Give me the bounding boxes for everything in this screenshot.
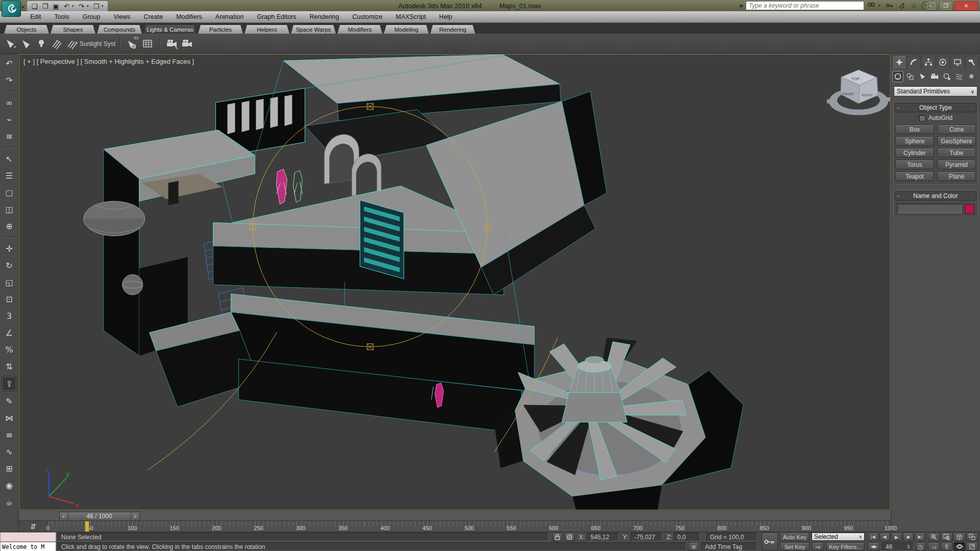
search-history-arrow[interactable]: ▶ — [740, 3, 744, 8]
menu-modifiers[interactable]: Modifiers — [169, 11, 209, 22]
maxscript-listener-pink[interactable] — [0, 532, 56, 542]
key-filters-button[interactable]: Key Filters... — [826, 542, 865, 551]
rectangular-selection-region-button[interactable]: ▢ — [2, 185, 16, 199]
time-slider-handle[interactable]: < 46 / 1000 > — [59, 512, 140, 521]
torus-button[interactable]: Torus — [895, 160, 934, 169]
communication-center-icon[interactable] — [897, 1, 907, 10]
orbit-button[interactable] — [953, 542, 965, 551]
save-file-button[interactable]: ▣ — [51, 2, 61, 11]
viewcube[interactable]: TOP FRONT RIGHT — [827, 70, 890, 115]
restore-button[interactable]: ❐ — [939, 1, 952, 11]
cone-button[interactable]: Cone — [937, 124, 976, 134]
redo-caret-icon[interactable]: ▾ — [87, 4, 91, 8]
maxscript-listener-input[interactable]: Welcome to M — [0, 542, 56, 551]
target-camera-button[interactable] — [164, 36, 180, 52]
key-mode-toggle[interactable]: ◀▶ — [868, 542, 880, 551]
object-name-input[interactable] — [897, 204, 962, 214]
menu-maxscript[interactable]: MAXScript — [389, 11, 432, 22]
bind-to-space-warp-button[interactable]: ≋ — [2, 129, 16, 143]
open-file-button[interactable]: ❐ — [40, 2, 51, 11]
menu-customize[interactable]: Customize — [346, 11, 389, 22]
close-button[interactable]: ✕ — [954, 1, 978, 11]
project-caret-icon[interactable]: ▾ — [102, 4, 106, 8]
auto-key-button[interactable]: Auto Key — [780, 533, 810, 541]
viewcube-right-label[interactable]: RIGHT — [862, 93, 873, 97]
category-systems[interactable]: ❋ — [966, 71, 977, 82]
menu-create[interactable]: Create — [137, 11, 170, 22]
tab-helpers[interactable]: Helpers — [244, 25, 289, 34]
field-of-view-button[interactable]: ◅ — [928, 542, 940, 551]
search-input[interactable] — [746, 1, 864, 10]
geosphere-button[interactable]: GeoSphere — [937, 136, 976, 146]
zoom-button[interactable] — [928, 533, 940, 541]
viewcube-top-label[interactable]: TOP — [851, 77, 860, 81]
application-menu-caret-icon[interactable]: ▼ — [21, 5, 25, 10]
select-and-squash-button[interactable]: ⊡ — [2, 292, 16, 306]
menu-group[interactable]: Group — [76, 11, 107, 22]
menu-tools[interactable]: Tools — [48, 11, 76, 22]
subscription-key-icon[interactable] — [885, 1, 895, 10]
absolute-offset-toggle[interactable] — [565, 533, 575, 541]
select-and-move-button[interactable]: ✛ — [2, 241, 16, 256]
tab-motion[interactable] — [936, 56, 950, 68]
render-setup-button[interactable]: ☕ — [2, 495, 16, 509]
sunlight-system-button[interactable]: Sunlight System — [80, 37, 115, 51]
category-shapes[interactable] — [904, 71, 916, 82]
use-pivot-point-center-button[interactable]: ⊕ — [2, 219, 16, 233]
percent-snap-button[interactable]: % — [2, 342, 16, 357]
next-frame-arrow[interactable]: > — [131, 512, 139, 520]
named-selection-sets-button[interactable]: ✎ — [2, 394, 16, 408]
select-object-button[interactable]: ↖ — [2, 152, 16, 166]
open-mini-curve-editor-button[interactable]: ⇵ — [19, 521, 48, 532]
free-direct-light-button[interactable] — [64, 36, 80, 52]
menu-views[interactable]: Views — [107, 11, 137, 22]
track-bar-ruler[interactable]: 0501001502002503003504004505005506006507… — [48, 521, 891, 532]
redo-button[interactable]: ↷ — [76, 2, 87, 11]
walk-through-button[interactable]: ‼ — [941, 542, 952, 551]
box-button[interactable]: Box — [895, 124, 934, 134]
y-coordinate-field[interactable]: -75,027 — [631, 533, 663, 541]
snap-toggle-3d-button[interactable]: 3 — [2, 309, 16, 323]
set-keys-big-button[interactable] — [762, 533, 778, 551]
maximize-viewport-toggle[interactable] — [966, 542, 978, 551]
tab-utilities[interactable] — [965, 56, 979, 68]
frame-spinner[interactable]: ▲▼ — [907, 544, 910, 549]
tab-hierarchy[interactable] — [921, 56, 936, 68]
viewport-canvas[interactable]: TOP FRONT RIGHT z y x — [19, 55, 890, 510]
select-and-rotate-button[interactable]: ↻ — [2, 258, 16, 272]
favorites-star-icon[interactable]: ☆ — [909, 1, 919, 10]
tab-display[interactable] — [950, 56, 965, 68]
keyboard-override-button[interactable]: ⇪ — [2, 376, 17, 391]
select-and-link-button[interactable]: ∞ — [2, 95, 16, 110]
select-and-scale-button[interactable]: ◱ — [2, 275, 16, 289]
light-lister-button[interactable] — [140, 36, 155, 52]
teapot-button[interactable]: Teapot — [895, 171, 934, 181]
curve-editor-button[interactable]: ∿ — [2, 444, 16, 459]
material-editor-button[interactable]: ◉ — [2, 478, 16, 492]
tab-space-warps[interactable]: Space Warps — [291, 25, 336, 34]
current-frame-field[interactable]: 46 ▲▼ — [882, 542, 914, 551]
zoom-all-button[interactable] — [941, 533, 952, 541]
category-lights[interactable] — [917, 71, 928, 82]
sphere-button[interactable]: Sphere — [895, 136, 934, 146]
selection-lock-toggle[interactable] — [552, 533, 562, 541]
go-to-start-button[interactable]: |◀ — [868, 533, 878, 541]
next-frame-button[interactable]: |▶ — [903, 533, 914, 541]
angle-snap-button[interactable]: ∠ — [2, 325, 16, 340]
time-slider-track[interactable]: < 46 / 1000 > — [19, 510, 891, 521]
tab-compounds[interactable]: Compounds — [97, 25, 142, 34]
tab-modifiers[interactable]: Modifiers — [337, 25, 382, 34]
select-by-name-button[interactable]: ☰ — [2, 168, 16, 183]
free-camera-button[interactable] — [180, 36, 195, 52]
x-coordinate-field[interactable]: 545,12 — [587, 533, 619, 541]
minimize-button[interactable]: ─ — [924, 1, 937, 11]
category-geometry[interactable] — [892, 71, 903, 82]
zoom-extents-all-button[interactable] — [966, 533, 978, 541]
collapse-icon[interactable]: - — [897, 104, 899, 111]
window-crossing-button[interactable]: ◫ — [2, 202, 16, 216]
mirror-button[interactable]: ⋈ — [2, 411, 16, 425]
menu-graph-editors[interactable]: Graph Editors — [250, 11, 303, 22]
target-direct-light-button[interactable] — [49, 36, 64, 52]
tab-modify[interactable] — [907, 56, 921, 68]
menu-animation[interactable]: Animation — [209, 11, 251, 22]
